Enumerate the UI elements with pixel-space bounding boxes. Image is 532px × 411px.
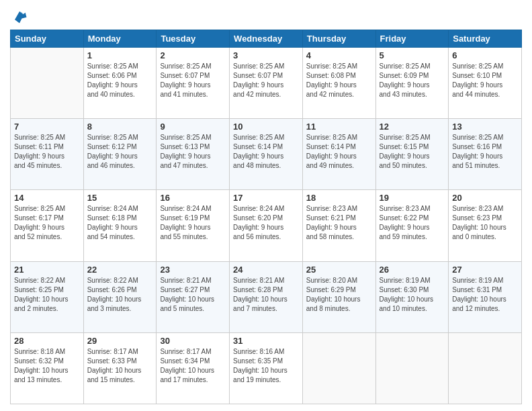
logo-icon bbox=[10, 7, 29, 26]
day-number: 14 bbox=[14, 193, 80, 203]
day-info: Sunrise: 8:25 AM Sunset: 6:17 PM Dayligh… bbox=[14, 204, 80, 242]
day-number: 10 bbox=[233, 122, 299, 132]
calendar-day-cell: 15Sunrise: 8:24 AM Sunset: 6:18 PM Dayli… bbox=[83, 190, 157, 261]
day-number: 19 bbox=[380, 193, 445, 203]
header bbox=[10, 7, 522, 26]
calendar-day-cell: 11Sunrise: 8:25 AM Sunset: 6:14 PM Dayli… bbox=[302, 119, 375, 190]
day-info: Sunrise: 8:22 AM Sunset: 6:26 PM Dayligh… bbox=[87, 276, 153, 314]
day-number: 24 bbox=[233, 265, 299, 275]
calendar-header-saturday: Saturday bbox=[449, 30, 522, 48]
day-info: Sunrise: 8:25 AM Sunset: 6:11 PM Dayligh… bbox=[14, 133, 80, 171]
day-number: 25 bbox=[306, 265, 372, 275]
calendar-day-cell: 3Sunrise: 8:25 AM Sunset: 6:07 PM Daylig… bbox=[230, 48, 303, 119]
calendar-header-thursday: Thursday bbox=[302, 30, 375, 48]
day-number: 11 bbox=[306, 122, 372, 132]
calendar-week-row: 7Sunrise: 8:25 AM Sunset: 6:11 PM Daylig… bbox=[11, 119, 522, 190]
day-number: 18 bbox=[306, 193, 372, 203]
day-info: Sunrise: 8:25 AM Sunset: 6:14 PM Dayligh… bbox=[233, 133, 299, 171]
calendar-day-cell: 19Sunrise: 8:23 AM Sunset: 6:22 PM Dayli… bbox=[375, 190, 449, 261]
day-info: Sunrise: 8:25 AM Sunset: 6:08 PM Dayligh… bbox=[306, 62, 372, 99]
calendar-week-row: 1Sunrise: 8:25 AM Sunset: 6:06 PM Daylig… bbox=[11, 48, 522, 119]
calendar-header-wednesday: Wednesday bbox=[230, 30, 303, 48]
day-info: Sunrise: 8:25 AM Sunset: 6:13 PM Dayligh… bbox=[160, 133, 226, 171]
day-number: 29 bbox=[87, 336, 153, 346]
day-info: Sunrise: 8:19 AM Sunset: 6:30 PM Dayligh… bbox=[380, 276, 445, 314]
calendar-header-monday: Monday bbox=[83, 30, 157, 48]
calendar-day-cell bbox=[449, 332, 522, 404]
calendar-day-cell: 24Sunrise: 8:21 AM Sunset: 6:28 PM Dayli… bbox=[230, 261, 303, 332]
day-info: Sunrise: 8:25 AM Sunset: 6:16 PM Dayligh… bbox=[452, 133, 518, 171]
day-number: 3 bbox=[233, 50, 299, 60]
day-number: 17 bbox=[233, 193, 299, 203]
calendar-table: SundayMondayTuesdayWednesdayThursdayFrid… bbox=[10, 30, 522, 404]
day-info: Sunrise: 8:23 AM Sunset: 6:21 PM Dayligh… bbox=[306, 204, 372, 242]
calendar-day-cell: 23Sunrise: 8:21 AM Sunset: 6:27 PM Dayli… bbox=[157, 261, 230, 332]
calendar-day-cell: 7Sunrise: 8:25 AM Sunset: 6:11 PM Daylig… bbox=[11, 119, 84, 190]
calendar-day-cell: 1Sunrise: 8:25 AM Sunset: 6:06 PM Daylig… bbox=[83, 48, 157, 119]
day-info: Sunrise: 8:16 AM Sunset: 6:35 PM Dayligh… bbox=[233, 347, 299, 385]
day-info: Sunrise: 8:25 AM Sunset: 6:10 PM Dayligh… bbox=[452, 62, 518, 99]
calendar-day-cell: 28Sunrise: 8:18 AM Sunset: 6:32 PM Dayli… bbox=[11, 332, 84, 404]
page: SundayMondayTuesdayWednesdayThursdayFrid… bbox=[0, 0, 532, 411]
day-info: Sunrise: 8:23 AM Sunset: 6:23 PM Dayligh… bbox=[452, 204, 518, 242]
calendar-day-cell: 21Sunrise: 8:22 AM Sunset: 6:25 PM Dayli… bbox=[11, 261, 84, 332]
day-number: 7 bbox=[14, 122, 80, 132]
day-number: 30 bbox=[160, 336, 226, 346]
calendar-day-cell: 30Sunrise: 8:17 AM Sunset: 6:34 PM Dayli… bbox=[157, 332, 230, 404]
day-info: Sunrise: 8:24 AM Sunset: 6:18 PM Dayligh… bbox=[87, 204, 153, 242]
day-number: 6 bbox=[452, 50, 518, 60]
calendar-day-cell: 14Sunrise: 8:25 AM Sunset: 6:17 PM Dayli… bbox=[11, 190, 84, 261]
day-number: 2 bbox=[160, 50, 226, 60]
calendar-day-cell: 18Sunrise: 8:23 AM Sunset: 6:21 PM Dayli… bbox=[302, 190, 375, 261]
calendar-day-cell: 10Sunrise: 8:25 AM Sunset: 6:14 PM Dayli… bbox=[230, 119, 303, 190]
day-info: Sunrise: 8:25 AM Sunset: 6:07 PM Dayligh… bbox=[233, 62, 299, 99]
day-info: Sunrise: 8:18 AM Sunset: 6:32 PM Dayligh… bbox=[14, 347, 80, 385]
day-info: Sunrise: 8:17 AM Sunset: 6:34 PM Dayligh… bbox=[160, 347, 226, 385]
calendar-day-cell: 20Sunrise: 8:23 AM Sunset: 6:23 PM Dayli… bbox=[449, 190, 522, 261]
calendar-day-cell: 16Sunrise: 8:24 AM Sunset: 6:19 PM Dayli… bbox=[157, 190, 230, 261]
calendar-day-cell: 12Sunrise: 8:25 AM Sunset: 6:15 PM Dayli… bbox=[375, 119, 449, 190]
calendar-header-row: SundayMondayTuesdayWednesdayThursdayFrid… bbox=[11, 30, 522, 48]
day-info: Sunrise: 8:23 AM Sunset: 6:22 PM Dayligh… bbox=[380, 204, 445, 242]
day-number: 20 bbox=[452, 193, 518, 203]
calendar-day-cell: 27Sunrise: 8:19 AM Sunset: 6:31 PM Dayli… bbox=[449, 261, 522, 332]
calendar-header-sunday: Sunday bbox=[11, 30, 84, 48]
day-number: 27 bbox=[452, 265, 518, 275]
day-number: 31 bbox=[233, 336, 299, 346]
day-number: 8 bbox=[87, 122, 153, 132]
day-info: Sunrise: 8:22 AM Sunset: 6:25 PM Dayligh… bbox=[14, 276, 80, 314]
day-number: 22 bbox=[87, 265, 153, 275]
calendar-day-cell: 29Sunrise: 8:17 AM Sunset: 6:33 PM Dayli… bbox=[83, 332, 157, 404]
calendar-day-cell: 9Sunrise: 8:25 AM Sunset: 6:13 PM Daylig… bbox=[157, 119, 230, 190]
calendar-week-row: 14Sunrise: 8:25 AM Sunset: 6:17 PM Dayli… bbox=[11, 190, 522, 261]
day-info: Sunrise: 8:25 AM Sunset: 6:09 PM Dayligh… bbox=[380, 62, 445, 99]
calendar-day-cell: 4Sunrise: 8:25 AM Sunset: 6:08 PM Daylig… bbox=[302, 48, 375, 119]
day-number: 13 bbox=[452, 122, 518, 132]
day-info: Sunrise: 8:25 AM Sunset: 6:12 PM Dayligh… bbox=[87, 133, 153, 171]
logo bbox=[10, 7, 32, 26]
calendar-day-cell: 13Sunrise: 8:25 AM Sunset: 6:16 PM Dayli… bbox=[449, 119, 522, 190]
day-info: Sunrise: 8:24 AM Sunset: 6:19 PM Dayligh… bbox=[160, 204, 226, 242]
calendar-day-cell: 25Sunrise: 8:20 AM Sunset: 6:29 PM Dayli… bbox=[302, 261, 375, 332]
day-number: 21 bbox=[14, 265, 80, 275]
day-info: Sunrise: 8:24 AM Sunset: 6:20 PM Dayligh… bbox=[233, 204, 299, 242]
calendar-day-cell: 31Sunrise: 8:16 AM Sunset: 6:35 PM Dayli… bbox=[230, 332, 303, 404]
day-info: Sunrise: 8:20 AM Sunset: 6:29 PM Dayligh… bbox=[306, 276, 372, 314]
day-number: 28 bbox=[14, 336, 80, 346]
calendar-day-cell bbox=[11, 48, 84, 119]
day-number: 16 bbox=[160, 193, 226, 203]
day-info: Sunrise: 8:25 AM Sunset: 6:15 PM Dayligh… bbox=[380, 133, 445, 171]
calendar-header-friday: Friday bbox=[375, 30, 449, 48]
day-info: Sunrise: 8:17 AM Sunset: 6:33 PM Dayligh… bbox=[87, 347, 153, 385]
calendar-day-cell: 26Sunrise: 8:19 AM Sunset: 6:30 PM Dayli… bbox=[375, 261, 449, 332]
day-number: 15 bbox=[87, 193, 153, 203]
calendar-day-cell: 22Sunrise: 8:22 AM Sunset: 6:26 PM Dayli… bbox=[83, 261, 157, 332]
calendar-day-cell: 6Sunrise: 8:25 AM Sunset: 6:10 PM Daylig… bbox=[449, 48, 522, 119]
day-number: 26 bbox=[380, 265, 445, 275]
day-info: Sunrise: 8:25 AM Sunset: 6:14 PM Dayligh… bbox=[306, 133, 372, 171]
day-number: 23 bbox=[160, 265, 226, 275]
day-info: Sunrise: 8:21 AM Sunset: 6:27 PM Dayligh… bbox=[160, 276, 226, 314]
calendar-day-cell bbox=[375, 332, 449, 404]
day-number: 1 bbox=[87, 50, 153, 60]
day-info: Sunrise: 8:25 AM Sunset: 6:06 PM Dayligh… bbox=[87, 62, 153, 99]
